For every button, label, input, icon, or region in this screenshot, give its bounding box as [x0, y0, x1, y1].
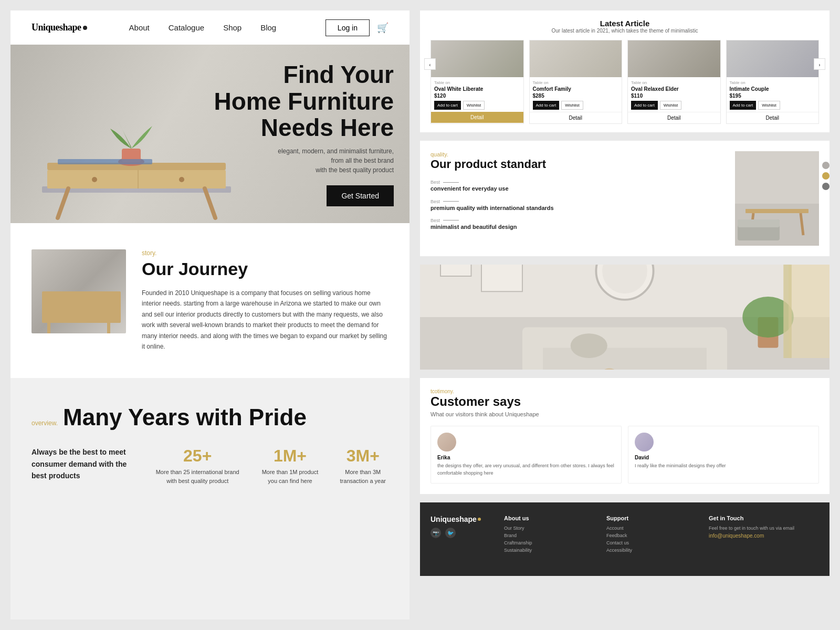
footer-logo-area: Uniqueshape 📷 🐦 — [430, 515, 494, 555]
footer-contact-desc: Feel free to get in touch with us via em… — [709, 526, 819, 531]
slider-right-arrow[interactable]: › — [814, 58, 825, 70]
svg-rect-26 — [522, 328, 543, 370]
article-card-3-wish-button[interactable]: Wishlist — [660, 101, 682, 110]
footer-link-feedback[interactable]: Feedback — [606, 533, 698, 538]
table-shape — [42, 291, 121, 323]
article-card-4-info: Table on Intimate Couple $195 Add to car… — [727, 77, 819, 112]
article-card-4-tag: Table on — [730, 80, 816, 85]
testimonial-2-text: I really like the minimalist designs the… — [635, 463, 812, 470]
footer-link-accessibility[interactable]: Accessibility — [606, 548, 698, 553]
footer-about-title: About us — [504, 515, 596, 521]
journey-title: Our Journey — [142, 259, 388, 279]
svg-rect-13 — [746, 209, 808, 213]
article-card-1-wish-button[interactable]: Wishlist — [463, 101, 485, 110]
footer-link-brand[interactable]: Brand — [504, 533, 596, 538]
instagram-icon[interactable]: 📷 — [430, 528, 441, 538]
cart-icon[interactable]: 🛒 — [377, 22, 388, 34]
footer-link-contact[interactable]: Contact us — [606, 540, 698, 545]
quality-label: quality. — [430, 151, 727, 158]
feature-3-label: Best — [430, 218, 727, 223]
customer-says-title: Customer says — [430, 394, 819, 409]
stat-1: 25+ More than 25 international brand wit… — [152, 446, 243, 485]
article-card-2-detail-button[interactable]: Detail — [530, 112, 622, 123]
twitter-icon[interactable]: 🐦 — [445, 528, 456, 538]
article-card-2-wish-button[interactable]: Wishlist — [561, 101, 583, 110]
article-card-3-detail-button[interactable]: Detail — [628, 112, 720, 123]
latest-article-section: Latest Article Our latest article in 202… — [420, 10, 830, 132]
feature-1-label: Best — [430, 180, 727, 185]
slider-left-arrow[interactable]: ‹ — [424, 58, 436, 70]
footer-link-account[interactable]: Account — [606, 526, 698, 531]
nav-actions: Log in 🛒 — [326, 19, 388, 36]
article-card-4: Table on Intimate Couple $195 Add to car… — [726, 40, 820, 124]
logo[interactable]: Uniqueshape — [32, 22, 87, 33]
journey-section: story. Our Journey Founded in 2010 Uniqu… — [10, 223, 410, 378]
article-card-2-image — [530, 40, 622, 77]
svg-point-4 — [92, 177, 97, 182]
stat-1-desc: More than 25 international brand with be… — [152, 468, 243, 485]
nav-about[interactable]: About — [129, 23, 150, 32]
footer-social: 📷 🐦 — [430, 528, 494, 538]
stats-container: 25+ More than 25 international brand wit… — [152, 446, 388, 485]
testimonial-2: David I really like the minimalist desig… — [628, 426, 819, 484]
login-button[interactable]: Log in — [326, 19, 370, 36]
footer-link-story[interactable]: Our Story — [504, 526, 596, 531]
latest-article-subtitle: Our latest article in 2021, which takes … — [430, 28, 819, 34]
footer-email[interactable]: info@uniqueshape.com — [709, 533, 819, 539]
stat-3: 3M+ More than 3M transaction a year — [338, 446, 389, 485]
get-started-button[interactable]: Get Started — [327, 185, 394, 206]
swatch-gray-light[interactable] — [822, 162, 830, 169]
article-card-2-add-button[interactable]: Add to cart — [533, 101, 560, 110]
feature-2-desc: premium quality with international stand… — [430, 204, 727, 212]
latest-article-title: Latest Article — [430, 19, 819, 28]
testimonial-1-text: the designs they offer, are very unusual… — [437, 463, 615, 477]
article-card-1: Table on Oval White Liberate $120 Add to… — [430, 40, 524, 124]
svg-rect-21 — [481, 265, 522, 291]
swatch-gray-dark[interactable] — [822, 183, 830, 190]
product-standard-right — [735, 151, 819, 246]
swatch-gold[interactable] — [822, 172, 830, 180]
article-card-1-image — [431, 40, 523, 77]
nav-blog[interactable]: Blog — [260, 23, 276, 32]
logo-dot — [83, 26, 87, 30]
product-standard-section: quality. Our product standart Best conve… — [420, 141, 830, 256]
svg-rect-2 — [47, 170, 226, 188]
article-card-4-wish-button[interactable]: Wishlist — [758, 101, 780, 110]
nav-catalogue[interactable]: Catalogue — [169, 23, 204, 32]
article-card-2: Table on Comfort Family $285 Add to cart… — [529, 40, 623, 124]
table-leg-left — [47, 320, 50, 333]
article-card-3-add-button[interactable]: Add to cart — [631, 101, 658, 110]
svg-point-5 — [179, 177, 184, 182]
testimonial-label: tcotimony. — [430, 388, 819, 394]
footer-about-links: Our Story Brand Craftmanship Sustainabil… — [504, 526, 596, 553]
standard-features: Best convenient for everyday use Best pr… — [430, 180, 727, 230]
article-card-2-actions: Add to cart Wishlist — [533, 101, 619, 110]
color-swatches — [822, 162, 830, 190]
nav-shop[interactable]: Shop — [223, 23, 242, 32]
journey-image — [32, 249, 126, 333]
article-card-4-detail-button[interactable]: Detail — [727, 112, 819, 123]
footer-top: Uniqueshape 📷 🐦 About us Our Story Brand… — [430, 515, 819, 555]
testimonial-1: Erika the designs they offer, are very u… — [430, 426, 622, 484]
testimonial-2-avatar — [635, 433, 654, 452]
footer-link-craftmanship[interactable]: Craftmanship — [504, 540, 596, 545]
navbar: Uniqueshape About Catalogue Shop Blog Lo… — [10, 10, 410, 45]
article-card-4-add-button[interactable]: Add to cart — [730, 101, 757, 110]
svg-rect-17 — [738, 219, 780, 227]
article-card-3-price: $110 — [631, 93, 717, 99]
article-card-1-add-button[interactable]: Add to cart — [434, 101, 461, 110]
article-card-4-name: Intimate Couple — [730, 86, 816, 92]
footer-link-sustainability[interactable]: Sustainability — [504, 548, 596, 553]
article-card-2-info: Table on Comfort Family $285 Add to cart… — [530, 77, 622, 112]
footer-section: Uniqueshape 📷 🐦 About us Our Story Brand… — [420, 502, 830, 576]
article-card-1-detail-button[interactable]: Detail — [431, 112, 523, 123]
article-card-1-actions: Add to cart Wishlist — [434, 101, 520, 110]
feature-1: Best convenient for everyday use — [430, 180, 727, 192]
stat-2: 1M+ More than 1M product you can find he… — [258, 446, 321, 485]
testimonial-2-name: David — [635, 455, 812, 460]
svg-rect-27 — [707, 328, 727, 370]
overview-title: Many Years with Pride — [63, 404, 307, 430]
article-card-1-tag: Table on — [434, 80, 520, 85]
feature-1-desc: convenient for everyday use — [430, 185, 727, 192]
footer-logo-dot — [478, 518, 481, 521]
